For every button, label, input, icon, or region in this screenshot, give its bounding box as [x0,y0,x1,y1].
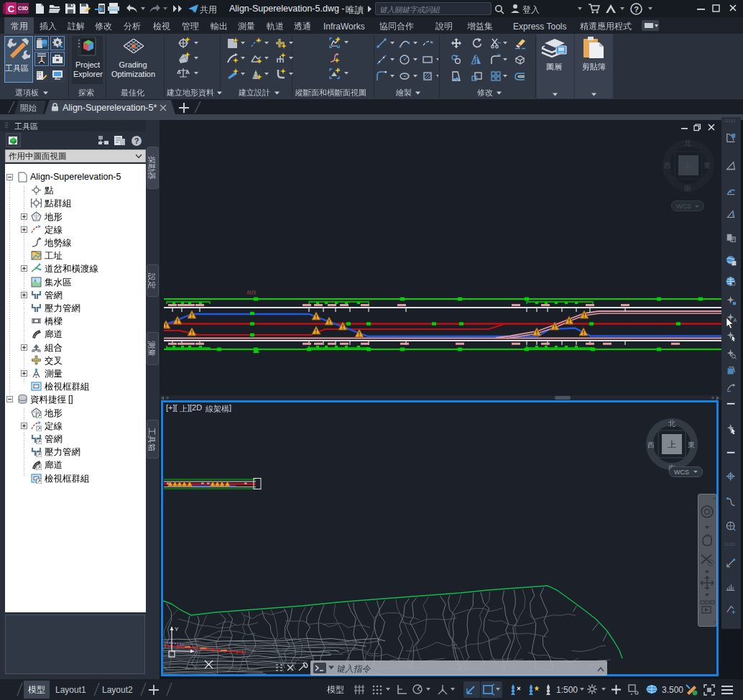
svg-text:Y: Y [175,626,179,632]
svg-text:?: ? [134,137,139,145]
svg-text:?: ? [634,5,639,14]
svg-text:C: C [8,4,15,14]
svg-text:C3D: C3D [18,6,28,11]
